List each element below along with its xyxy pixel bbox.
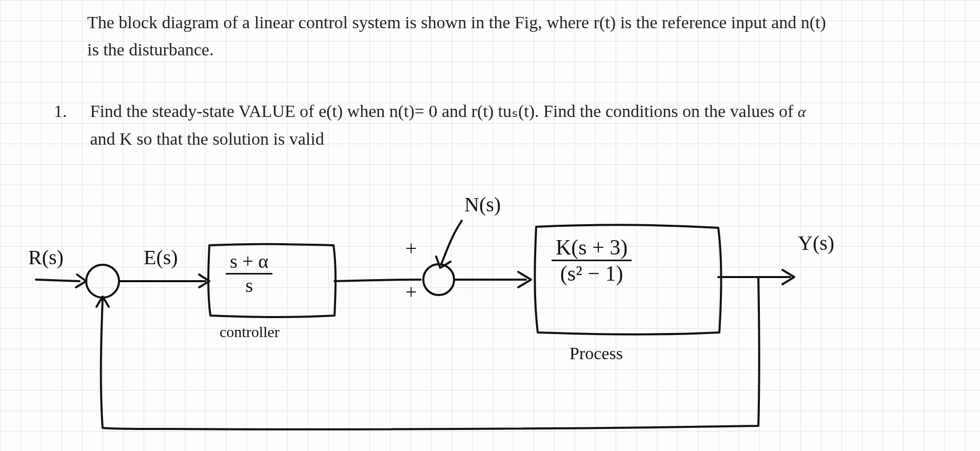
process-label: Process (570, 344, 623, 363)
process-tf: K(s + 3) (s² − 1) (552, 236, 632, 286)
question-text-pt1: Find the steady-state VALUE of e(t) when… (90, 102, 794, 121)
question-text-pt2: and K so that the solution is valid (90, 129, 324, 148)
signal-R: R(s) (28, 245, 64, 269)
signal-E: E(s) (144, 245, 178, 269)
process-tf-den: (s² − 1) (552, 261, 632, 285)
intro-text: The block diagram of a linear control sy… (87, 9, 831, 63)
question-1: 1. Find the steady-state VALUE of e(t) w… (54, 97, 839, 153)
controller-tf-den: s (226, 274, 272, 296)
signal-Y: Y(s) (798, 231, 834, 255)
controller-tf: s + α s (226, 251, 272, 297)
block-diagram (0, 0, 980, 451)
question-number: 1. (54, 97, 86, 125)
signal-N: N(s) (464, 192, 501, 217)
alpha-symbol: α (798, 103, 806, 120)
plus-sign-top: + (405, 236, 417, 260)
plus-sign-bottom: + (405, 280, 417, 304)
controller-tf-num: s + α (226, 251, 272, 273)
controller-label: controller (220, 323, 280, 341)
sum-junction-2 (423, 264, 454, 295)
sum-junction-1 (86, 265, 119, 298)
process-tf-num: K(s + 3) (552, 236, 632, 260)
